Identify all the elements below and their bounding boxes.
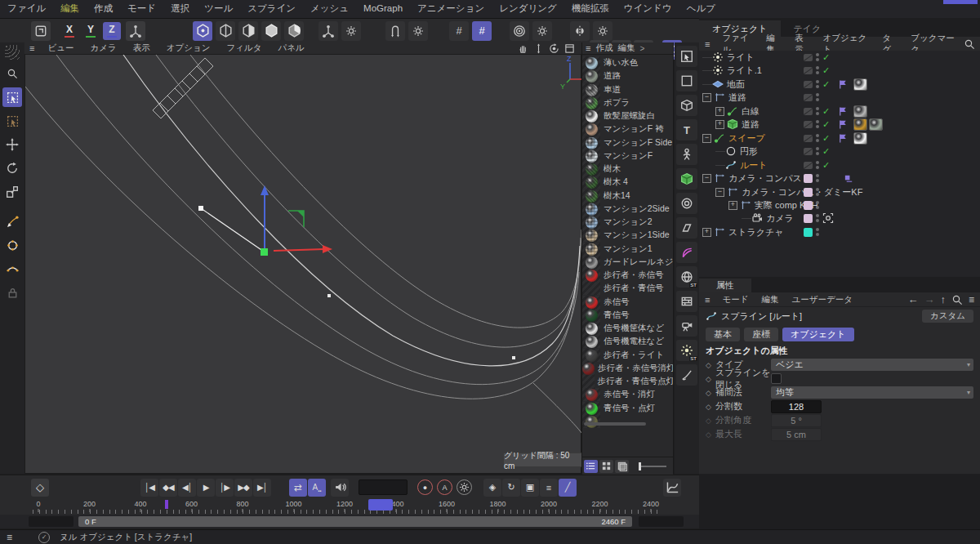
object-menu-icon[interactable]: ≡: [705, 39, 710, 49]
preview-range-slider[interactable]: 0 F2460 F: [78, 516, 632, 527]
editor-render-dots[interactable]: [816, 53, 819, 61]
sound-button[interactable]: [331, 479, 349, 497]
material-item[interactable]: 歩行者・ライト: [582, 349, 673, 362]
material-thumbnail[interactable]: [582, 149, 600, 163]
keyframe-settings-button[interactable]: [457, 479, 472, 495]
attribute-manager-tab[interactable]: 属性: [699, 279, 751, 292]
attribute-dropdown-補間法[interactable]: 均等▾: [771, 386, 973, 399]
back-arrow-button[interactable]: ←: [907, 294, 918, 305]
material-thumbnail[interactable]: [582, 136, 600, 149]
filter-button[interactable]: ≡: [969, 295, 974, 305]
light-tool-button[interactable]: ST: [676, 340, 697, 361]
mograph-cube-button[interactable]: [676, 168, 697, 190]
viewport-menu-ビュー[interactable]: ビュー: [39, 42, 82, 54]
editor-render-dots[interactable]: [816, 214, 819, 222]
move-button[interactable]: [2, 135, 22, 154]
material-thumbnail[interactable]: [582, 163, 600, 176]
key-position-button[interactable]: ▣: [521, 479, 539, 497]
polygons-mode-button[interactable]: [238, 21, 258, 41]
visibility-toggle[interactable]: [804, 121, 813, 128]
material-thumbnail[interactable]: [582, 362, 595, 375]
material-thumbnail[interactable]: [582, 402, 600, 415]
layer-color-chip[interactable]: [804, 228, 813, 237]
object-row[interactable]: ライト✓: [699, 51, 980, 64]
workplane-lock-button[interactable]: #: [472, 21, 492, 41]
next-frame-button[interactable]: │▶: [216, 479, 234, 497]
material-menu-作成[interactable]: 作成: [595, 42, 612, 54]
viewport-menu-パネル[interactable]: パネル: [270, 42, 312, 54]
menu-メッシュ[interactable]: メッシュ: [303, 0, 356, 17]
slider-knob[interactable]: [639, 462, 641, 470]
maximize-button[interactable]: [564, 43, 575, 54]
material-item[interactable]: マンション2Side: [582, 203, 673, 216]
layer-color-chip[interactable]: [804, 188, 813, 197]
menu-アニメーション[interactable]: アニメーション: [410, 0, 492, 17]
visibility-toggle[interactable]: [804, 81, 813, 88]
menu-編集[interactable]: 編集: [53, 0, 87, 17]
texture-tag[interactable]: [853, 118, 867, 131]
visibility-toggle[interactable]: [804, 54, 813, 61]
attribute-tab-座標[interactable]: 座標: [744, 328, 778, 341]
object-row[interactable]: カメラ: [699, 212, 980, 225]
enabled-check-icon[interactable]: ✓: [822, 120, 830, 129]
orbit-button[interactable]: [549, 43, 559, 54]
texture-tag[interactable]: [853, 78, 867, 91]
wall-tool-button[interactable]: [676, 291, 697, 312]
material-thumbnail[interactable]: [582, 375, 595, 388]
material-item[interactable]: 道路: [582, 69, 673, 82]
enabled-check-icon[interactable]: ✓: [822, 66, 830, 75]
material-item[interactable]: 歩行者・赤信号: [582, 269, 673, 282]
axis-lock-button[interactable]: [2, 283, 22, 302]
menu-機能拡張[interactable]: 機能拡張: [564, 0, 617, 17]
material-thumbnail[interactable]: [582, 415, 600, 428]
material-item[interactable]: ポプラ: [582, 96, 673, 109]
pan-hand-button[interactable]: [518, 43, 528, 54]
editor-render-dots[interactable]: [816, 120, 819, 128]
search-button[interactable]: [951, 294, 963, 305]
menu-ヘルプ[interactable]: ヘルプ: [679, 0, 723, 17]
goto-end-button[interactable]: ▶│: [253, 479, 271, 497]
square-tool-button[interactable]: [676, 70, 697, 91]
material-thumbnail[interactable]: [582, 123, 600, 136]
material-item[interactable]: 歩行者・青信号: [582, 282, 673, 295]
material-item[interactable]: 青信号: [582, 309, 673, 322]
untangle-settings-button[interactable]: [408, 21, 428, 41]
visibility-toggle[interactable]: [804, 135, 813, 142]
status-menu-icon[interactable]: ≡: [7, 532, 12, 543]
rotate-button[interactable]: [2, 158, 22, 178]
object-row[interactable]: ルート✓: [699, 158, 980, 172]
autokey-toggle-button[interactable]: A: [437, 479, 452, 495]
object-row[interactable]: +白線✓: [699, 105, 980, 118]
axis-y-button[interactable]: Y: [82, 22, 100, 40]
playhead[interactable]: [368, 499, 393, 511]
attribute-tab-オブジェクト[interactable]: オブジェクト: [782, 328, 854, 341]
attribute-menu-icon[interactable]: ≡: [705, 295, 710, 305]
layer-color-chip[interactable]: [804, 201, 813, 210]
enabled-check-icon[interactable]: ✓: [822, 134, 830, 143]
axis-z-button[interactable]: Z: [103, 22, 121, 40]
material-thumbnail[interactable]: [582, 56, 600, 69]
menu-ウインドウ[interactable]: ウインドウ: [617, 0, 679, 17]
material-item[interactable]: 樹木 4: [582, 176, 673, 189]
brush-tool-button[interactable]: [676, 364, 697, 386]
range-start-field[interactable]: [29, 516, 74, 527]
key-diamond-icon[interactable]: ◇: [706, 403, 715, 411]
texture-mode-button[interactable]: [284, 21, 304, 41]
points-mode-button[interactable]: [193, 21, 212, 41]
dolly-button[interactable]: [533, 43, 544, 54]
camera-view-toggle[interactable]: [822, 212, 834, 224]
search-button[interactable]: [2, 64, 22, 83]
axis-x-button[interactable]: X: [60, 22, 78, 40]
material-item[interactable]: マンション2: [582, 216, 673, 229]
material-item[interactable]: 樹木14: [582, 190, 673, 203]
object-row[interactable]: −スイープ✓: [699, 132, 980, 145]
scale-button[interactable]: [2, 182, 22, 202]
large-view-button[interactable]: [615, 460, 629, 473]
attribute-menu-ユーザーデータ[interactable]: ユーザーデータ: [785, 294, 858, 305]
key-diamond-icon[interactable]: ◇: [706, 430, 715, 439]
attribute-field-分割角度[interactable]: 5 °: [771, 414, 822, 427]
expand-toggle[interactable]: +: [702, 228, 711, 237]
model-mode-button[interactable]: [261, 21, 281, 41]
forward-arrow-button[interactable]: →: [924, 294, 934, 305]
collapse-toggle[interactable]: −: [702, 93, 711, 102]
